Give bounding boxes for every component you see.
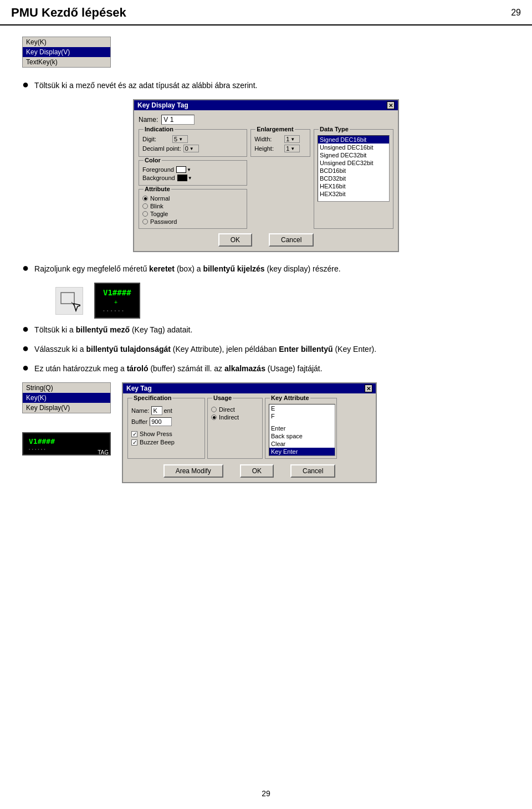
dot2: • [107,308,109,313]
kdt-datatype-item-4[interactable]: BCD16bit [318,167,389,175]
kdt-cancel-button[interactable]: Cancel [269,233,314,247]
kdt-datatype-list[interactable]: Signed DEC16bit Unsigned DEC16bit Signed… [318,135,390,202]
kt-buzzerbeep-checkbox[interactable]: ✓ [131,439,137,446]
preview-dots-2: • • • • • • [29,447,104,451]
kt-showpress-checkbox[interactable]: ✓ [131,431,137,437]
kdt-datatype-box: Data Type Signed DEC16bit Unsigned DEC16… [314,129,393,229]
dot6: • [122,308,124,313]
kdt-decimal-dropdown[interactable]: 0 ▼ [183,145,199,152]
kdt-datatype-item-3[interactable]: Unsigned DEC32bit [318,159,389,167]
kt-spec-body: Name: ent Buffer [131,406,201,426]
dot-b1: • [29,447,30,451]
kdt-decimal-label: Deciaml point: [142,145,181,152]
kt-usage-group: Usage Direct Indirect [207,398,263,459]
keytag-titlebar: Key Tag ✕ [123,383,376,393]
kdt-indication-title: Indication [144,126,175,132]
kt-attr-backspace[interactable]: Back space [269,432,335,440]
kt-showpress-row[interactable]: ✓ Show Press [131,431,201,437]
bullet-text-5: Ez után határozzuk meg a tároló (buffer)… [34,363,323,375]
kdt-close-button[interactable]: ✕ [387,101,395,109]
menu-item-keydisplay[interactable]: Key Display(V) [23,47,110,57]
kdt-radio-toggle[interactable]: Toggle [142,211,243,217]
kdt-radio-blink[interactable]: Blink [142,203,243,209]
bullet-4: ● Válasszuk ki a billentyű tulajdonságát… [22,344,510,355]
kt-buffer-row: Buffer [131,417,201,426]
preview-area-1: V1#### + • • • • • • [55,283,510,319]
kdt-radio-password[interactable]: Password [142,218,243,225]
kdt-datatype-item-6[interactable]: HEX16bit [318,182,389,190]
kt-buffer-input[interactable] [150,417,172,426]
kdt-decimal-row: Deciaml point: 0 ▼ [142,145,243,152]
keytag-ok-button[interactable]: OK [240,464,274,478]
kdt-datatype-item-1[interactable]: Unsigned DEC16bit [318,144,389,151]
kdt-datatype-item-0[interactable]: Signed DEC16bit [318,136,389,144]
kt-usage-title: Usage [212,395,233,401]
kt-attr-list[interactable]: E F Enter Back space Clear Key Enter [269,404,335,456]
kdt-enlargement-title: Enlargement [255,126,295,132]
kt-usage-indirect[interactable]: Indirect [211,414,259,421]
kt-name-ent: ent [163,407,172,414]
kdt-fg-swatch[interactable] [176,166,186,173]
menu-item-textkey[interactable]: TextKey(k) [23,57,110,67]
kt-attr-keyenter[interactable]: Key Enter [269,448,335,455]
kdt-datatype-item-2[interactable]: Signed DEC32bit [318,151,389,159]
kdt-name-input[interactable] [161,115,195,125]
kt-attr-E[interactable]: E [269,404,335,412]
kdt-height-dropdown[interactable]: 1 ▼ [284,145,300,152]
kdt-datatype-item-5[interactable]: BCD32bit [318,175,389,182]
kdt-digit-label: Digit: [142,136,170,142]
kdt-digit-dropdown[interactable]: 5 ▼ [172,135,188,143]
kt-buffer-label: Buffer [131,418,147,425]
kt-usage-indirect-circle [211,414,217,420]
bottom-left: String(Q) Key(K) Key Display(V) V1#### •… [22,382,111,455]
bullet-2: ● Rajzoljunk egy megfelelő méretű kerete… [22,263,510,275]
kdt-bg-row: Background ▼ [142,175,243,181]
menu-item-key2[interactable]: Key(K) [23,393,110,403]
bullet-1: ● Töltsük ki a mező nevét és az adat típ… [22,80,510,91]
dot3: • [111,308,112,313]
menu-item-key[interactable]: Key(K) [23,37,110,47]
v1hash-preview-1: V1#### + • • • • • • [94,283,140,319]
kdt-radio-password-circle [142,219,148,224]
kdt-datatype-item-7[interactable]: HEX32bit [318,190,389,198]
kt-attr-F[interactable]: F [269,412,335,420]
kdt-panels: Indication Digit: 5 ▼ Deciaml point: [139,129,393,229]
kt-buzzerbeep-label: Buzzer Beep [140,439,175,446]
page-number-top: 29 [511,8,521,18]
menu-screenshot-1: Key(K) Key Display(V) TextKey(k) [22,37,111,68]
kdt-decimal-arrow: ▼ [190,146,194,151]
menu-item-keydisplay2[interactable]: Key Display(V) [23,403,110,413]
kt-buzzerbeep-row[interactable]: ✓ Buzzer Beep [131,439,201,446]
kdt-attribute-group: Attribute Normal Blink [139,189,247,229]
keytag-cancel-button[interactable]: Cancel [290,464,335,478]
dot-b5: • [41,447,42,451]
kdt-bg-swatch[interactable] [177,175,187,181]
svg-marker-1 [74,304,80,311]
kdt-fg-label: Foreground [142,166,174,173]
kdt-datatype-group: Data Type Signed DEC16bit Unsigned DEC16… [314,129,393,229]
kdt-height-arrow: ▼ [290,146,295,151]
keytag-close-button[interactable]: ✕ [365,385,372,392]
kt-usage-direct-label: Direct [219,406,235,413]
kt-usage-radios: Direct Indirect [211,406,259,421]
keytag-areamodify-button[interactable]: Area Modify [163,464,223,478]
menu-item-string[interactable]: String(Q) [23,383,110,393]
keytag-body: Specification Name: ent Buffer [123,393,376,482]
kt-usage-direct[interactable]: Direct [211,406,259,413]
kdt-color-title: Color [144,157,162,163]
kdt-bg-label: Background [142,175,175,181]
kdt-radio-normal[interactable]: Normal [142,195,243,202]
kt-attr-group: Key Attribute E F Enter Back space Clear… [265,398,337,459]
kdt-ok-button[interactable]: OK [218,233,252,247]
preview-dots-1: • • • • • • [103,308,131,313]
kdt-width-dropdown[interactable]: 1 ▼ [284,135,300,143]
page-number-footer: 29 [262,789,270,798]
kdt-left: Indication Digit: 5 ▼ Deciaml point: [139,129,247,229]
kt-attr-clear[interactable]: Clear [269,440,335,448]
kt-attr-enter[interactable]: Enter [269,424,335,432]
kt-name-k-input[interactable] [151,406,162,415]
dot1: • [103,308,105,313]
bottom-section: String(Q) Key(K) Key Display(V) V1#### •… [22,382,510,483]
kt-attr-title: Key Attribute [270,395,310,401]
kt-showpress-label: Show Press [140,431,172,437]
